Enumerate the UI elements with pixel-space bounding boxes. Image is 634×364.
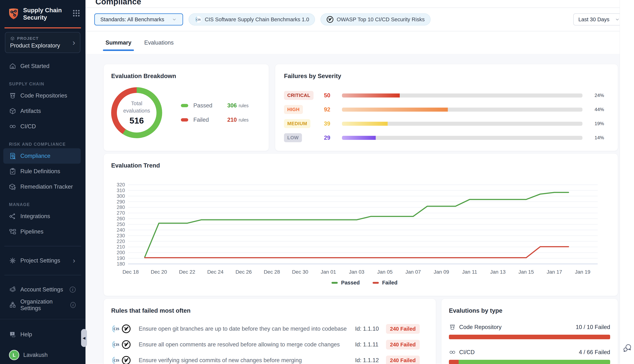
sidebar-item-label: Project Settings [20, 257, 60, 264]
sidebar-item-project-settings[interactable]: Project Settings › [3, 253, 81, 268]
svg-text:Jan 03: Jan 03 [349, 269, 364, 275]
legend-item-failed: Failed [373, 280, 398, 286]
svg-text:Dec 28: Dec 28 [264, 269, 280, 275]
svg-text:Dec 18: Dec 18 [123, 269, 139, 275]
sidebar-item-account-settings[interactable]: Account Settings i [3, 282, 81, 297]
type-failed-count: 4 / 66 Failed [579, 349, 610, 356]
sidebar-divider [5, 275, 81, 275]
legend-item-passed: Passed 306 rules [181, 102, 249, 109]
gear-icon [9, 257, 16, 264]
rule-id: Id: 1.1.10 [355, 326, 386, 332]
sidebar-item-integrations[interactable]: Integrations [3, 208, 81, 224]
rule-id: Id: 1.1.12 [355, 357, 386, 364]
clipboard-check-icon [9, 168, 16, 175]
passed-line-icon [332, 282, 338, 284]
shield-logo-icon [9, 8, 19, 20]
benchmark-chip-cis[interactable]: CIS Software Supply Chain Benchmarks 1.0 [189, 14, 315, 26]
owasp-logo-icon [121, 356, 131, 364]
svg-text:290: 290 [117, 199, 125, 204]
rule-row[interactable]: Ensure verifying signed commits of new c… [111, 355, 420, 364]
org-chart-icon [9, 301, 16, 309]
card-title: Rules that failed most often [111, 307, 420, 314]
page-title: Compliance [95, 0, 634, 6]
failed-count-badge: 240 Failed [386, 356, 420, 364]
scrollbar-gutter[interactable] [620, 0, 634, 364]
card-evaluation-trend: Evaluation Trend 18019020021022023024025… [104, 154, 618, 296]
date-range-select[interactable]: Last 30 Days [573, 14, 625, 26]
card-title: Failures by Severity [284, 72, 604, 80]
sidebar-item-compliance[interactable]: Compliance [3, 148, 81, 164]
dashboard-content: Evaluation Breakdown Total evaluations 5… [86, 54, 634, 364]
cube-wrench-icon [9, 183, 16, 190]
sidebar-item-organization-settings[interactable]: Organization Settings i [3, 297, 81, 313]
chip-label: CIS Software Supply Chain Benchmarks 1.0 [205, 16, 309, 22]
rule-row[interactable]: Ensure open git branches are up to date … [111, 324, 420, 334]
sidebar-item-label: Integrations [20, 213, 50, 220]
sidebar-collapse-handle[interactable]: ◀ [81, 329, 87, 347]
sidebar-item-help[interactable]: Help [3, 327, 81, 342]
type-label: Code Repository [459, 324, 502, 330]
sidebar-item-cicd[interactable]: CI/CD [3, 119, 81, 134]
svg-text:Jan 15: Jan 15 [518, 269, 534, 275]
standards-filter-select[interactable]: Standards: All Benchmarks [94, 14, 183, 26]
severity-count: 92 [324, 106, 342, 113]
type-label: CI/CD [459, 349, 475, 356]
svg-text:Dec 30: Dec 30 [292, 269, 308, 275]
card-evaluations-by-type: Evalutions by type Code Repository 10 / … [441, 298, 618, 364]
failed-line-icon [373, 282, 379, 284]
project-selector[interactable]: PROJECT Product Exploratory › [5, 32, 80, 53]
sidebar-nav: Get Started SUPPLY CHAIN Code Repositori… [0, 58, 86, 239]
legend-value: 210 [227, 116, 237, 123]
legend-item-passed: Passed [332, 280, 360, 286]
sidebar-item-code-repositories[interactable]: Code Repositories [3, 88, 81, 103]
failed-count-badge: 240 Failed [386, 324, 420, 334]
severity-badge: CRITICAL [284, 91, 313, 100]
svg-text:230: 230 [117, 233, 125, 238]
date-range-value: Last 30 Days [578, 16, 609, 22]
app-switcher-icon[interactable] [72, 9, 80, 17]
sidebar-item-remediation-tracker[interactable]: Remediation Tracker [3, 179, 81, 194]
user-name: Lavakush [23, 352, 48, 358]
severity-bar [342, 108, 582, 112]
chat-support-icon[interactable] [623, 343, 632, 353]
user-menu[interactable]: L Lavakush [3, 347, 81, 363]
sidebar-item-label: Remediation Tracker [20, 184, 73, 190]
legend-value: 306 [227, 102, 237, 109]
rule-row[interactable]: Ensure all open comments are resolved be… [111, 340, 420, 350]
pipeline-icon [9, 228, 16, 235]
cis-logo-icon [111, 340, 121, 349]
severity-row-low: LOW 29 14% [284, 131, 604, 145]
tab-evaluations[interactable]: Evaluations [144, 31, 174, 54]
severity-bar [342, 122, 582, 126]
brand: Supply Chain Security [0, 0, 86, 21]
home-icon [9, 62, 16, 70]
sidebar-item-artifacts[interactable]: Artifacts [3, 103, 81, 119]
owasp-logo-icon [121, 324, 131, 334]
severity-row-critical: CRITICAL 50 24% [284, 88, 604, 102]
tab-summary[interactable]: Summary [106, 31, 131, 54]
svg-text:Jan 13: Jan 13 [490, 269, 506, 275]
passed-dot-icon [181, 104, 188, 107]
card-title: Evaluation Breakdown [111, 72, 269, 80]
chip-label: OWASP Top 10 CI/CD Security Risks [337, 16, 425, 22]
svg-text:270: 270 [117, 210, 125, 216]
svg-text:Dec 22: Dec 22 [179, 269, 195, 275]
sidebar-item-label: Organization Settings [20, 298, 66, 312]
app-root: Supply Chain Security PROJECT Product Ex… [0, 0, 634, 364]
svg-text:310: 310 [117, 188, 125, 193]
sidebar-item-pipelines[interactable]: Pipelines [3, 224, 81, 239]
card-evaluation-breakdown: Evaluation Breakdown Total evaluations 5… [104, 64, 269, 151]
sidebar-item-label: Help [20, 331, 32, 338]
svg-text:260: 260 [117, 216, 125, 222]
document-search-icon [9, 152, 16, 160]
donut-center-label: Total evaluations [123, 100, 150, 114]
legend-label: Failed [382, 280, 398, 286]
chevron-right-icon: › [73, 38, 75, 46]
rule-id: Id: 1.1.11 [355, 341, 386, 348]
sidebar-item-rule-definitions[interactable]: Rule Definitions [3, 164, 81, 179]
benchmark-chip-owasp[interactable]: OWASP Top 10 CI/CD Security Risks [321, 14, 431, 26]
rule-rows: Ensure open git branches are up to date … [111, 324, 420, 364]
card-rules-failed-most: Rules that failed most often Ensure open… [104, 298, 436, 364]
sidebar-item-get-started[interactable]: Get Started [3, 58, 81, 74]
avatar: L [9, 350, 19, 360]
